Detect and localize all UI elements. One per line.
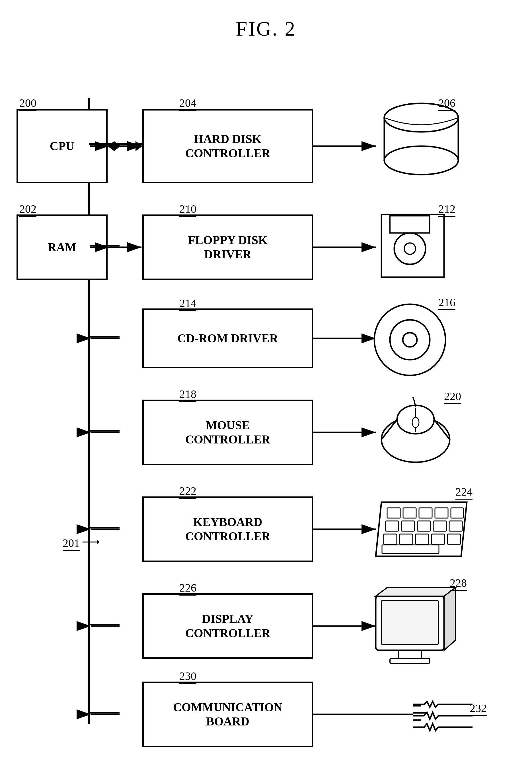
svg-marker-63 — [376, 588, 455, 596]
svg-rect-46 — [419, 508, 432, 518]
svg-rect-45 — [403, 508, 416, 518]
hd-device-refnum: 206 — [438, 96, 455, 110]
hard-disk-icon — [379, 100, 464, 180]
svg-rect-50 — [401, 521, 414, 531]
svg-rect-49 — [385, 521, 399, 531]
bus-label-arrow — [83, 536, 100, 548]
svg-rect-59 — [382, 545, 439, 554]
mouse-icon — [370, 394, 455, 468]
svg-rect-33 — [390, 216, 430, 233]
cd-rom-icon — [370, 300, 450, 380]
svg-rect-55 — [400, 534, 413, 544]
svg-point-28 — [384, 146, 458, 175]
svg-rect-51 — [417, 521, 430, 531]
keyboard-icon — [364, 488, 473, 568]
svg-rect-47 — [435, 508, 448, 518]
svg-point-36 — [403, 333, 417, 347]
svg-rect-44 — [387, 508, 400, 518]
svg-rect-53 — [449, 521, 462, 531]
floppy-device-refnum: 212 — [438, 202, 455, 216]
svg-rect-48 — [451, 508, 463, 518]
svg-marker-67 — [97, 540, 100, 544]
comm-device-icon — [410, 699, 478, 733]
mouse-device-refnum: 220 — [444, 390, 461, 403]
bus-refnum: 201 — [63, 536, 80, 550]
svg-rect-54 — [384, 534, 397, 544]
kbd-device-refnum: 224 — [455, 485, 473, 499]
svg-marker-62 — [444, 588, 455, 650]
svg-rect-57 — [432, 534, 445, 544]
page-title: FIG. 2 — [0, 0, 532, 52]
svg-point-32 — [404, 243, 416, 254]
svg-rect-65 — [390, 658, 430, 663]
svg-rect-61 — [381, 600, 438, 645]
diagram-container: CPU 200 RAM 202 HARD DISKCONTROLLER 204 … — [0, 52, 532, 764]
svg-point-42 — [412, 417, 419, 428]
svg-rect-58 — [447, 534, 461, 544]
display-icon — [367, 579, 458, 670]
cd-device-refnum: 216 — [438, 296, 455, 309]
floppy-disk-icon — [379, 212, 447, 280]
svg-rect-64 — [399, 650, 421, 659]
disp-device-refnum: 228 — [450, 576, 467, 590]
svg-rect-52 — [433, 521, 446, 531]
comm-device-refnum: 232 — [470, 702, 487, 715]
svg-rect-56 — [416, 534, 429, 544]
